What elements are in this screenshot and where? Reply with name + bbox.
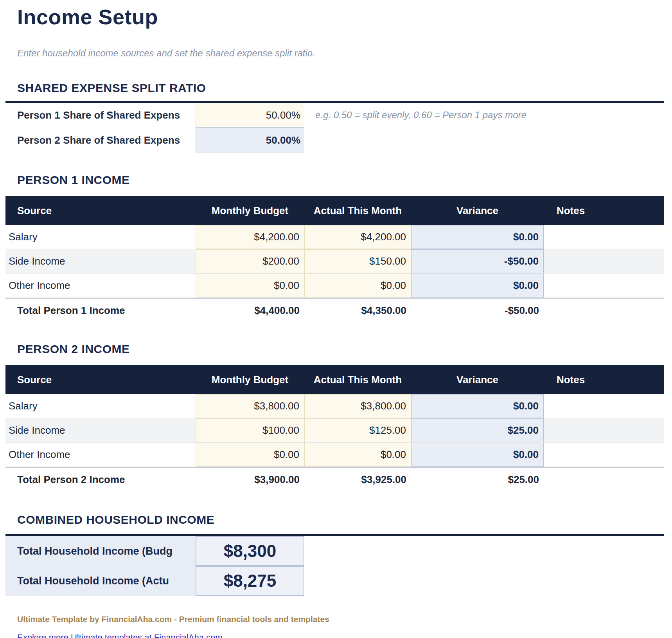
income-setup-page: Income Setup Enter household income sour… (0, 0, 672, 638)
actual-input-cell[interactable]: $3,800.00 (304, 394, 411, 418)
table-row-other-income: Other Income $0.00 $0.00 $0.00 (5, 443, 664, 467)
variance-value-cell: $0.00 (411, 443, 544, 467)
notes-input-cell[interactable] (544, 225, 598, 249)
blank-cell (598, 225, 664, 249)
column-header-budget: Monthly Budget (196, 205, 304, 217)
blank-cell (598, 274, 664, 297)
section-heading-person2: PERSON 2 INCOME (17, 342, 664, 356)
person1-share-label: Person 1 Share of Shared Expens (5, 103, 196, 127)
split-ratio-table: Person 1 Share of Shared Expens 50.00% e… (5, 101, 664, 153)
blank-cell (598, 249, 664, 273)
split-ratio-hint: e.g. 0.50 = split evenly, 0.60 = Person … (304, 103, 664, 127)
actual-input-cell[interactable]: $125.00 (304, 418, 411, 442)
source-label: Side Income (5, 418, 196, 442)
page-title: Income Setup (17, 5, 664, 29)
notes-input-cell[interactable] (544, 249, 598, 273)
footer: Ultimate Template by FinancialAha.com - … (17, 615, 664, 638)
source-label: Other Income (5, 443, 196, 467)
footer-explore-link[interactable]: Explore more Ultimate templates at Finan… (17, 633, 223, 638)
column-header-source: Source (5, 205, 196, 217)
blank-cell (544, 310, 598, 311)
split-row-person1: Person 1 Share of Shared Expens 50.00% e… (5, 103, 664, 127)
blank-cell (304, 536, 664, 566)
combined-actual-value: $8,275 (196, 566, 304, 596)
column-header-variance: Variance (411, 205, 544, 217)
section-heading-person1: PERSON 1 INCOME (17, 173, 664, 187)
blank-cell (598, 479, 664, 480)
variance-value-cell: $25.00 (411, 418, 544, 442)
blank-cell (598, 310, 664, 311)
person2-share-value: 50.00% (196, 127, 304, 153)
blank-cell (304, 566, 664, 596)
total-variance-value: -$50.00 (411, 305, 544, 317)
table-row-other-income: Other Income $0.00 $0.00 $0.00 (5, 274, 664, 298)
budget-input-cell[interactable]: $3,800.00 (196, 394, 304, 418)
variance-value-cell: $0.00 (411, 225, 544, 249)
section-heading-split-ratio: SHARED EXPENSE SPLIT RATIO (17, 81, 664, 95)
table-row-salary: Salary $4,200.00 $4,200.00 $0.00 (5, 225, 664, 249)
actual-input-cell[interactable]: $4,200.00 (304, 225, 411, 249)
budget-input-cell[interactable]: $0.00 (196, 443, 304, 467)
combined-budget-label: Total Household Income (Budg (5, 536, 196, 566)
footer-credit-text: Ultimate Template by FinancialAha.com - … (17, 615, 664, 624)
budget-input-cell[interactable]: $200.00 (196, 249, 304, 273)
budget-input-cell[interactable]: $0.00 (196, 274, 304, 297)
source-label: Side Income (5, 249, 196, 273)
variance-value-cell: $0.00 (411, 274, 544, 297)
table-row-side-income: Side Income $100.00 $125.00 $25.00 (5, 418, 664, 443)
column-header-source: Source (5, 374, 196, 386)
combined-row-actual: Total Household Income (Actu $8,275 (5, 566, 664, 596)
combined-income-block: Total Household Income (Budg $8,300 Tota… (5, 534, 664, 596)
blank-cell (598, 394, 664, 418)
combined-row-budget: Total Household Income (Budg $8,300 (5, 536, 664, 566)
column-header-actual: Actual This Month (304, 374, 411, 386)
notes-input-cell[interactable] (544, 394, 598, 418)
column-header-notes: Notes (544, 374, 598, 386)
notes-input-cell[interactable] (544, 274, 598, 297)
notes-input-cell[interactable] (544, 443, 598, 467)
column-header-actual: Actual This Month (304, 205, 411, 217)
person1-share-input[interactable]: 50.00% (196, 103, 304, 127)
variance-value-cell: -$50.00 (411, 249, 544, 273)
table-row-salary: Salary $3,800.00 $3,800.00 $0.00 (5, 394, 664, 418)
source-label: Other Income (5, 274, 196, 297)
total-budget-value: $3,900.00 (196, 474, 304, 486)
person1-income-table: Source Monthly Budget Actual This Month … (5, 196, 664, 322)
notes-input-cell[interactable] (544, 418, 598, 442)
total-actual-value: $4,350.00 (304, 305, 411, 317)
person2-total-row: Total Person 2 Income $3,900.00 $3,925.0… (5, 467, 664, 491)
section-heading-combined: COMBINED HOUSEHOLD INCOME (17, 513, 664, 526)
split-ratio-hint-empty (304, 127, 664, 153)
source-label: Salary (5, 394, 196, 418)
page-subtitle: Enter household income sources and set t… (17, 48, 664, 59)
split-row-person2: Person 2 Share of Shared Expens 50.00% (5, 127, 664, 153)
person2-share-label: Person 2 Share of Shared Expens (5, 127, 196, 153)
combined-budget-value: $8,300 (196, 536, 304, 566)
person1-total-row: Total Person 1 Income $4,400.00 $4,350.0… (5, 298, 664, 322)
person1-table-header: Source Monthly Budget Actual This Month … (5, 196, 664, 225)
blank-cell (598, 418, 664, 442)
source-label: Salary (5, 225, 196, 249)
column-header-budget: Monthly Budget (196, 374, 304, 386)
actual-input-cell[interactable]: $0.00 (304, 274, 411, 297)
budget-input-cell[interactable]: $100.00 (196, 418, 304, 442)
total-variance-value: $25.00 (411, 474, 544, 486)
total-row-label: Total Person 2 Income (5, 474, 196, 486)
variance-value-cell: $0.00 (411, 394, 544, 418)
actual-input-cell[interactable]: $0.00 (304, 443, 411, 467)
blank-cell (544, 479, 598, 480)
blank-cell (598, 443, 664, 467)
total-budget-value: $4,400.00 (196, 305, 304, 317)
column-header-notes: Notes (544, 205, 598, 217)
budget-input-cell[interactable]: $4,200.00 (196, 225, 304, 249)
combined-actual-label: Total Household Income (Actu (5, 566, 196, 596)
total-actual-value: $3,925.00 (304, 474, 411, 486)
total-row-label: Total Person 1 Income (5, 305, 196, 317)
person2-table-header: Source Monthly Budget Actual This Month … (5, 365, 664, 394)
column-header-variance: Variance (411, 374, 544, 386)
actual-input-cell[interactable]: $150.00 (304, 249, 411, 273)
person2-income-table: Source Monthly Budget Actual This Month … (5, 365, 664, 491)
table-row-side-income: Side Income $200.00 $150.00 -$50.00 (5, 249, 664, 274)
